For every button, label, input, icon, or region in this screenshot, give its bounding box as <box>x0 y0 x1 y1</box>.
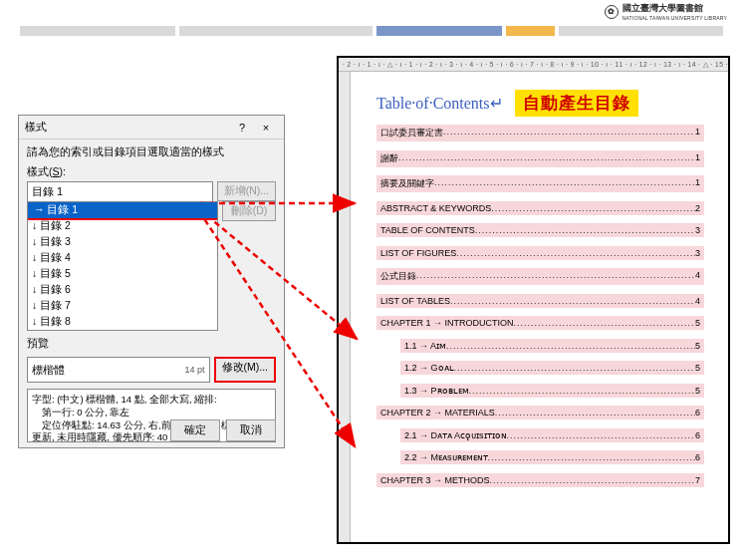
vertical-ruler[interactable] <box>339 72 351 542</box>
ok-button[interactable]: 確定 <box>170 420 220 441</box>
logo-icon: ✿ <box>605 5 619 19</box>
auto-generate-badge: 自動產生目錄 <box>515 90 638 117</box>
delete-style-button[interactable]: 刪除(D) <box>222 201 276 221</box>
styles-label: 樣式(S): <box>27 165 276 179</box>
new-style-button[interactable]: 新增(N)... <box>217 181 276 201</box>
dialog-title: 樣式 <box>25 120 230 135</box>
style-list-item[interactable]: → 目錄 1 <box>27 201 218 220</box>
toc-entry: 1.3 → Pʀᴏʙʟᴇᴍ...........................… <box>400 384 704 398</box>
style-list-item[interactable]: ↓ 目錄 2 <box>28 218 217 234</box>
toc-entry: 謝辭......................................… <box>376 150 704 167</box>
toc-entry: ABSTRACT & KEYWORDS.....................… <box>376 201 704 215</box>
toc-heading: Table·of·Contents↵ <box>376 94 503 113</box>
library-logo: ✿ 國立臺灣大學圖書館 NATIONAL TAIWAN UNIVERSITY L… <box>605 2 727 21</box>
current-style-field[interactable]: 目錄 1 <box>27 181 213 201</box>
style-list-item[interactable]: ↓ 目錄 4 <box>28 250 217 266</box>
preview-display: 標楷體 14 pt <box>27 357 210 383</box>
style-dialog: 樣式 ? × 請為您的索引或目錄項目選取適當的樣式 樣式(S): 目錄 1 新增… <box>18 115 285 448</box>
dialog-instruction: 請為您的索引或目錄項目選取適當的樣式 <box>27 145 276 159</box>
toc-entry: 口試委員審定書.................................… <box>376 125 704 141</box>
style-list-item[interactable]: ↓ 目錄 8 <box>28 314 217 330</box>
toc-entry: 1.1 → Aɪᴍ...............................… <box>400 339 704 353</box>
toc-entry: CHAPTER 2 → MATERIALS...................… <box>376 406 704 420</box>
style-list-item[interactable]: ↓ 目錄 5 <box>28 266 217 282</box>
toc-entry: 2.2 → Mᴇᴀsᴜʀᴇᴍᴇɴᴛ.......................… <box>400 450 704 464</box>
modify-button[interactable]: 修改(M)... <box>214 357 277 383</box>
style-list-item[interactable]: ↓ 目錄 3 <box>28 234 217 250</box>
toc-entry: 公式目錄....................................… <box>376 268 704 285</box>
preview-label: 預覽 <box>27 337 276 351</box>
page-content: Table·of·Contents↵ 自動產生目錄 口試委員審定書.......… <box>353 78 722 536</box>
horizontal-ruler[interactable]: · 2 · ı · 1 · ı · △ · ı · 1 · ı · 2 · ı … <box>339 58 728 72</box>
toc-entry: LIST OF FIGURES.........................… <box>376 246 704 260</box>
toc-entry: 1.2 → Gᴏᴀʟ..............................… <box>400 361 704 375</box>
style-list-item[interactable]: ↓ 目錄 9 <box>28 330 217 331</box>
decorative-bars <box>20 26 727 36</box>
style-listbox[interactable]: → 目錄 1↓ 目錄 2↓ 目錄 3↓ 目錄 4↓ 目錄 5↓ 目錄 6↓ 目錄… <box>27 201 218 331</box>
toc-entry: LIST OF TABLES..........................… <box>376 294 704 308</box>
toc-entry: CHAPTER 3 → METHODS.....................… <box>376 473 704 487</box>
toc-entry: 2.1 → Dᴀᴛᴀ Aᴄǫᴜɪsɪᴛɪᴏɴ..................… <box>400 428 704 442</box>
style-list-item[interactable]: ↓ 目錄 6 <box>28 282 217 298</box>
close-button[interactable]: × <box>254 122 278 134</box>
toc-entry: TABLE OF CONTENTS.......................… <box>376 223 704 237</box>
cancel-button[interactable]: 取消 <box>226 420 276 441</box>
dialog-titlebar: 樣式 ? × <box>19 116 284 140</box>
toc-entry: 摘要及關鍵字..................................… <box>376 175 704 192</box>
help-button[interactable]: ? <box>230 122 254 134</box>
toc-entry: CHAPTER 1 → INTRODUCTION................… <box>376 316 704 330</box>
style-list-item[interactable]: ↓ 目錄 7 <box>28 298 217 314</box>
document-preview: · 2 · ı · 1 · ı · △ · ı · 1 · ı · 2 · ı … <box>337 56 730 544</box>
